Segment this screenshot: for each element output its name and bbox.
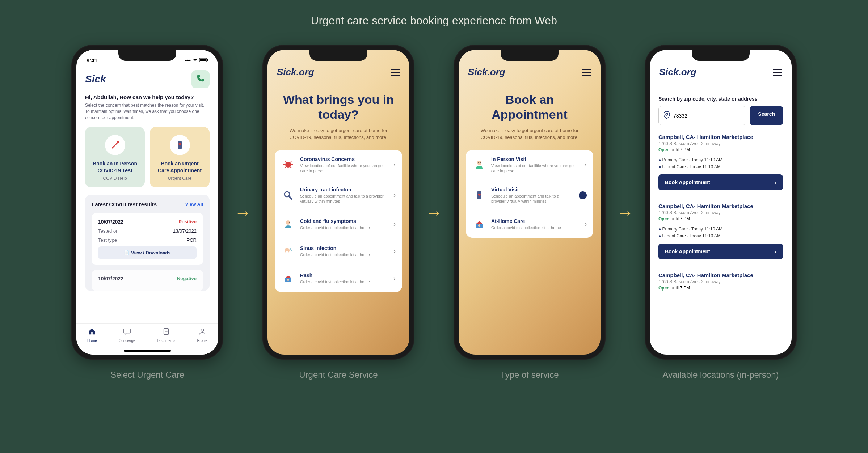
status-bar: 9:41 ••• <box>76 50 218 67</box>
page-heading: What brings you in today? <box>267 81 409 127</box>
chevron-right-icon: › <box>775 179 776 185</box>
result-status: Negative <box>177 276 197 281</box>
svg-point-9 <box>201 329 203 331</box>
visit-type-item[interactable]: At-Home Care Order a covid test collecti… <box>466 211 593 238</box>
phone-3: Sick.org Book an Appointment We make it … <box>454 45 606 360</box>
page-subheading: We make it easy to get urgent care at ho… <box>459 127 601 150</box>
document-icon: 📄 <box>124 250 130 255</box>
chevron-right-icon: › <box>579 191 587 199</box>
location-item: Campbell, CA- Hamilton Marketplace 1760 … <box>658 203 783 266</box>
location-address: 1760 S Bascom Ave · 2 mi away <box>658 210 783 215</box>
menu-button[interactable] <box>773 69 782 76</box>
svg-point-30 <box>478 162 479 163</box>
visit-type-item[interactable]: In Person Visit View locations of our fa… <box>466 150 593 181</box>
result-item[interactable]: 10/07/2022 Negative <box>92 270 203 291</box>
signal-icon: ••• <box>185 57 191 63</box>
location-hours: Open until 7 PM <box>658 216 783 221</box>
tile-urgent-care[interactable]: Book an Urgent Care Appointment Urgent C… <box>150 127 210 187</box>
concern-item[interactable]: Rash Order a covid test collection kit a… <box>275 265 402 292</box>
greeting-text: Hi, Abdullah, How can we help you today? <box>85 94 210 100</box>
chevron-right-icon: › <box>393 275 396 282</box>
svg-rect-25 <box>286 251 288 253</box>
hamburger-icon <box>582 69 591 70</box>
test-type-label: Test type <box>98 237 117 243</box>
tile-title: Book an In Person COVID-19 Test <box>90 160 140 173</box>
location-item: Campbell, CA- Hamilton Marketplace 1760 … <box>658 272 783 297</box>
caption: Urgent Care Service <box>299 370 378 380</box>
chevron-right-icon: › <box>393 161 396 169</box>
svg-point-28 <box>287 279 289 281</box>
home-care-icon <box>281 272 295 285</box>
menu-button[interactable] <box>391 69 400 76</box>
chevron-right-icon: › <box>393 247 396 255</box>
home-care-icon <box>472 217 486 231</box>
result-status: Positive <box>178 219 197 225</box>
visit-type-item[interactable]: Virtual Visit Schedule an appointment an… <box>466 180 593 211</box>
chevron-right-icon: › <box>393 191 396 199</box>
svg-line-3 <box>112 142 118 148</box>
svg-line-15 <box>285 161 286 162</box>
phone-icon <box>197 74 205 84</box>
profile-icon <box>197 327 207 338</box>
search-input[interactable]: 78332 <box>658 106 746 125</box>
page-heading: Book an Appointment <box>459 81 601 127</box>
status-icons: ••• <box>185 57 208 63</box>
concern-item[interactable]: Urinary tract infecton Schedule an appoi… <box>275 180 402 211</box>
svg-point-4 <box>117 141 119 143</box>
download-button[interactable]: 📄 View / Downloads <box>98 246 197 259</box>
svg-line-17 <box>285 167 286 168</box>
call-button[interactable] <box>191 70 210 88</box>
book-appointment-button[interactable]: Book Appointment › <box>658 244 783 259</box>
location-name: Campbell, CA- Hamilton Marketplace <box>658 203 783 209</box>
book-appointment-button[interactable]: Book Appointment › <box>658 174 783 190</box>
tile-sub: Urgent Care <box>155 176 205 181</box>
tile-covid-test[interactable]: Book an In Person COVID-19 Test COVID He… <box>85 127 145 187</box>
subtext: Select the concern that best matches the… <box>85 102 210 120</box>
hamburger-icon <box>773 69 782 70</box>
page-subheading: We make it easy to get urgent care at ho… <box>267 127 409 150</box>
tab-documents[interactable]: Documents <box>157 327 176 343</box>
location-name: Campbell, CA- Hamilton Marketplace <box>658 272 783 278</box>
caption: Select Urgent Care <box>110 370 184 380</box>
chevron-right-icon: › <box>775 249 776 254</box>
arrow-icon: → <box>616 203 634 223</box>
result-date: 10/07/2022 <box>98 276 123 281</box>
page-title: Urgent care service booking experience f… <box>22 14 846 27</box>
web-logo[interactable]: Sick.org <box>468 67 505 78</box>
svg-point-29 <box>477 161 481 165</box>
tab-concierge[interactable]: Concierge <box>119 327 135 343</box>
tested-on-label: Tested on <box>98 228 118 234</box>
sneeze-icon <box>281 245 295 258</box>
chevron-right-icon: › <box>585 161 587 169</box>
svg-rect-1 <box>207 59 208 61</box>
chevron-right-icon: › <box>585 220 587 228</box>
tile-title: Book an Urgent Care Appointment <box>155 160 205 173</box>
svg-point-26 <box>290 248 291 250</box>
view-all-link[interactable]: View All <box>185 202 203 207</box>
phones-row: 9:41 ••• Sick Hi, Abdullah, How can we h… <box>22 45 846 380</box>
web-logo[interactable]: Sick.org <box>659 67 696 78</box>
battery-icon <box>199 57 208 63</box>
location-address: 1760 S Bascom Ave · 2 mi away <box>658 279 783 284</box>
time-slot: ● Primary Care · Today 11:10 AM <box>658 157 783 162</box>
web-logo[interactable]: Sick.org <box>277 67 314 78</box>
svg-point-21 <box>286 220 290 225</box>
concern-item[interactable]: Coronavirus Concerns View locations of o… <box>275 150 402 181</box>
status-time: 9:41 <box>87 57 97 63</box>
svg-point-22 <box>287 222 287 223</box>
svg-line-18 <box>290 161 291 162</box>
location-hours: Open until 7 PM <box>658 285 783 291</box>
concern-item[interactable]: Cold and flu symptoms Order a covid test… <box>275 211 402 238</box>
search-button[interactable]: Search <box>750 106 783 125</box>
time-slot: ● Urgent Care · Today 11:10 AM <box>658 164 783 169</box>
menu-button[interactable] <box>582 69 591 76</box>
result-item[interactable]: 10/07/2022 Positive Tested on 13/07/2022… <box>92 213 203 265</box>
svg-point-33 <box>478 224 480 226</box>
concern-item[interactable]: Sinus infection Order a covid test colle… <box>275 238 402 265</box>
tested-on-value: 13/07/2022 <box>173 228 197 234</box>
tab-home[interactable]: Home <box>87 327 97 343</box>
caption: Available locations (in-person) <box>662 370 779 380</box>
svg-point-23 <box>289 222 290 223</box>
tab-profile[interactable]: Profile <box>197 327 207 343</box>
phone-heart-icon <box>170 135 190 155</box>
